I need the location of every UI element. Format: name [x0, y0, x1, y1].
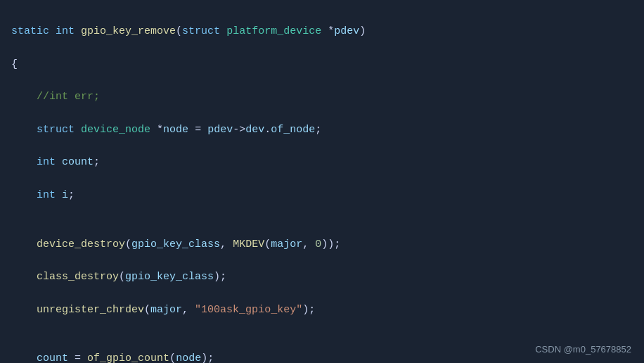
line-8: device_destroy(gpio_key_class, MKDEV(maj… [11, 236, 633, 253]
line-3: //int err; [11, 89, 633, 105]
code-block: static int gpio_key_remove(struct platfo… [0, 0, 644, 363]
line-2: { [11, 56, 633, 72]
line-9: class_destroy(gpio_key_class); [11, 269, 633, 285]
line-1: static int gpio_key_remove(struct platfo… [11, 23, 633, 39]
line-4: struct device_node *node = pdev->dev.of_… [11, 122, 633, 138]
line-6: int i; [11, 187, 633, 203]
watermark: CSDN @m0_57678852 [535, 344, 631, 355]
line-10: unregister_chrdev(major, "100ask_gpio_ke… [11, 302, 633, 318]
line-5: int count; [11, 154, 633, 170]
